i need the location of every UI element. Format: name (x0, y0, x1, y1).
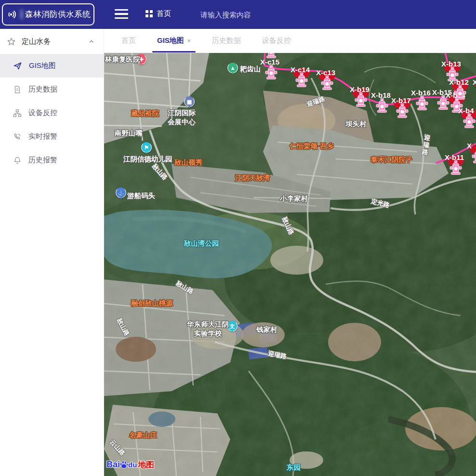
tab-label: 设备反控 (262, 36, 291, 45)
map-area-label: 融创敔山桃源 (131, 299, 173, 308)
sonar-logo-icon (6, 8, 18, 21)
poi-label: 游船码头 (127, 191, 155, 200)
baidu-logo-bai: Bai (106, 460, 120, 470)
tab-历史数据[interactable]: 历史数据 (201, 29, 251, 53)
marker-label: X-b12 (449, 78, 469, 86)
baidu-logo-maptext: 地图 (138, 459, 154, 470)
hydrant-marker-X-b18[interactable]: X-b18 (376, 98, 388, 113)
sidebar-item-label: 设备反控 (28, 108, 57, 118)
baidu-maps-logo: Bai du 地图 (106, 459, 154, 470)
marker-label: X-b4 (458, 106, 474, 115)
hydrant-marker-X[interactable]: X (472, 148, 476, 164)
marker-label: X (467, 142, 472, 150)
map-area-label: 敔山湾公园 (184, 239, 219, 248)
hydrant-marker-X-c14[interactable]: X-c14 (295, 72, 308, 88)
sidebar-menu: GIS地图历史数据设备反控实时报警历史报警 (0, 54, 104, 172)
hydrant-marker-X-b12[interactable]: X-b12 (454, 85, 466, 100)
hydrant-icon (463, 113, 476, 129)
road-label: 迎 瑞 路 (422, 133, 431, 156)
road-label: 敔山路 (174, 279, 195, 296)
marker-label: X-b13 (441, 60, 461, 68)
hydrant-icon (295, 72, 308, 88)
home-label: 首页 (157, 9, 171, 18)
map-area-label: 东园 (287, 463, 301, 472)
road-label: 敔山路 (280, 216, 296, 237)
marker-label: X-b16 (411, 89, 431, 97)
road-label: 定光路 (370, 197, 390, 210)
map-area-label: 江阴天敔湾 (235, 173, 270, 183)
marker-label: X-c15 (260, 58, 279, 66)
tab-bar: 首页GIS地图×历史数据设备反控 (104, 29, 476, 53)
close-icon[interactable]: × (187, 38, 191, 44)
hydrant-icon (376, 98, 388, 113)
map-area-label: 仁恒棠颂·吾乡 (290, 142, 334, 151)
sidebar-item-GIS地图[interactable]: GIS地图 (0, 54, 104, 78)
hydrant-icon (396, 103, 409, 119)
marker-label: X-c14 (291, 66, 310, 74)
doc-icon (13, 85, 22, 94)
poi-label: 耙齿山 (240, 65, 261, 74)
grid-icon (145, 10, 153, 17)
sidebar-item-label: 实时报警 (28, 132, 57, 141)
hydrant-marker-X-b19[interactable]: X-b19 (355, 92, 367, 107)
tab-GIS地图[interactable]: GIS地图× (146, 29, 201, 53)
hydrant-icon (321, 75, 333, 91)
hydrant-marker-X-b16[interactable]: X-b16 (416, 95, 428, 111)
marker-label: X-b18 (371, 91, 391, 99)
gis-map-canvas[interactable]: 迎瑞路迎 瑞 路敔山路定光路敔山路敔山路敔山路迎瑞路云山路藏品裕院南野山嘴坝头村… (104, 53, 476, 476)
search-input[interactable] (200, 7, 311, 22)
road-label: 迎瑞路 (305, 94, 326, 109)
tab-设备反控[interactable]: 设备反控 (251, 29, 302, 53)
sidebar-item-历史数据[interactable]: 历史数据 (0, 78, 104, 101)
menu-toggle-icon[interactable] (115, 8, 128, 20)
phone-icon (13, 132, 22, 141)
hydrant-marker-X-b4[interactable]: X-b4 (463, 113, 476, 129)
sidebar-group-dingshan[interactable]: 定山水务 (0, 29, 104, 54)
marker-label: X-b11 (445, 153, 464, 161)
hydrant-icon (450, 160, 462, 175)
hydrant-icon (355, 92, 367, 107)
redacted-logo-text (20, 10, 23, 19)
map-area-label: 坝头村 (345, 119, 367, 129)
sidebar-item-设备反控[interactable]: 设备反控 (0, 101, 104, 125)
sidebar-item-label: 历史报警 (28, 156, 57, 165)
map-area-label: 名豪山庄 (129, 431, 157, 440)
app-header: 森林消防供水系统 首页 (0, 0, 476, 29)
app-title: 森林消防供水系统 (25, 9, 91, 20)
poi-label: 华东师大江阴 实验学校 (187, 320, 229, 338)
road-label: 云山路 (108, 437, 127, 457)
baidu-paw-icon (119, 460, 129, 470)
app-logo: 森林消防供水系统 (2, 3, 94, 26)
poi-building-icon: ▦ (184, 96, 195, 107)
road-label: 敔山路 (150, 162, 169, 182)
hydrant-marker-X-b17[interactable]: X-b17 (396, 103, 409, 119)
tab-label: GIS地图 (157, 36, 184, 45)
tab-首页[interactable]: 首页 (111, 29, 146, 53)
send-icon (13, 61, 22, 70)
poi-mountain-icon: ▲ (227, 63, 238, 73)
poi-label: 江阴信德幼儿园 (123, 155, 172, 164)
sidebar-item-实时报警[interactable]: 实时报警 (0, 125, 104, 148)
map-area-label: 敔山嶺秀 (174, 158, 202, 167)
tab-label: 历史数据 (212, 36, 241, 45)
bell-icon (13, 156, 22, 165)
sidebar-item-历史报警[interactable]: 历史报警 (0, 148, 104, 172)
hydrant-marker-X-b11[interactable]: X-b11 (450, 160, 462, 175)
tab-label: 首页 (121, 36, 136, 45)
road-label: 敔山路 (115, 317, 131, 338)
hydrant-icon (416, 95, 428, 111)
map-area-label: 小李家村 (280, 194, 308, 203)
hydrant-marker-X-c15[interactable]: X-c15 (265, 65, 278, 80)
hydrant-icon (472, 148, 476, 164)
star-icon (7, 37, 16, 46)
home-breadcrumb[interactable]: 首页 (145, 9, 171, 18)
chevron-up-icon (88, 38, 95, 45)
marker-label: X-b19 (350, 85, 370, 93)
map-area-label: 钱家村 (256, 325, 278, 334)
map-area-label: 南野山嘴 (115, 129, 143, 138)
marker-label: X-b17 (391, 96, 411, 105)
marker-label: X (473, 78, 476, 86)
sitemap-icon (13, 109, 22, 118)
hydrant-icon (454, 85, 466, 100)
hydrant-marker-X-c13[interactable]: X-c13 (321, 75, 333, 91)
